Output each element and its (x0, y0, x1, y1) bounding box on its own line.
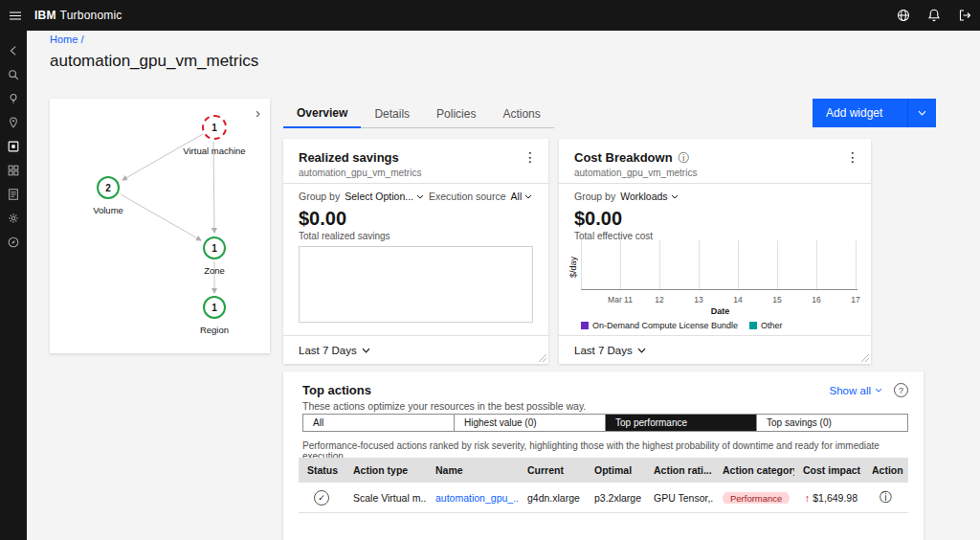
group-by-value: Workloads (620, 191, 667, 202)
legend-item: On-Demand Compute License Bundle (581, 321, 738, 330)
nav-back-icon[interactable] (0, 38, 27, 62)
effective-cost-amount: $0.00 (574, 208, 622, 230)
node-volume-count[interactable]: 2 (97, 176, 120, 199)
top-actions-title: Top actions (302, 383, 371, 397)
breadcrumb[interactable]: Home / (50, 34, 83, 45)
node-region-label: Region (162, 325, 267, 335)
realized-savings-amount: $0.00 (299, 208, 346, 230)
logout-icon[interactable] (949, 0, 980, 31)
group-by-select[interactable]: Select Option... (345, 191, 424, 202)
chevron-down-icon (671, 194, 679, 199)
help-icon[interactable]: ? (894, 383, 908, 397)
filter-all[interactable]: All (303, 415, 454, 431)
category-cell: Performance (714, 492, 794, 504)
supply-chain-links (50, 99, 270, 353)
node-zone[interactable]: 1 (203, 236, 226, 259)
time-range-value: Last 7 Days (299, 345, 357, 356)
cost-impact-value: $1,649.98 (813, 492, 858, 504)
col-cost-impact: Cost impact (794, 464, 863, 476)
top-bar: IBMTurbonomic (0, 0, 980, 31)
filter-highest-value[interactable]: Highest value (0) (454, 415, 605, 431)
node-volume[interactable]: 2 (97, 176, 120, 199)
status-check-icon[interactable]: ✓ (314, 490, 329, 506)
node-region-count[interactable]: 1 (203, 296, 226, 319)
execution-source-label: Execution source (429, 191, 506, 202)
overflow-menu-icon[interactable]: ⋮ (846, 150, 859, 164)
menu-icon[interactable] (0, 0, 29, 31)
time-range-select[interactable]: Last 7 Days (559, 335, 871, 364)
col-current: Current (519, 464, 586, 476)
entity-name-link[interactable]: automation_gpu_... (435, 492, 519, 504)
time-range-select[interactable]: Last 7 Days (283, 335, 548, 364)
x-tick: 15 (757, 295, 797, 304)
col-action-type: Action type (345, 464, 427, 476)
nav-reports-icon[interactable] (0, 182, 27, 206)
cost-chart: $/day Mar 11 (568, 240, 859, 330)
x-tick: 12 (639, 295, 679, 304)
info-icon[interactable]: ⓘ (679, 150, 690, 167)
top-actions-widget: Top actions Show all ? These actions opt… (283, 371, 924, 540)
table-header-row: Status Action type Name Current Optimal … (299, 458, 908, 483)
widget-title: Realized savings (299, 150, 399, 165)
nav-guide-icon[interactable] (0, 230, 27, 254)
add-widget-split-button: Add widget (813, 99, 936, 127)
cost-impact-cell: ↑ $1,649.98 (794, 492, 863, 504)
legend-swatch-other (749, 322, 757, 329)
current-cell: g4dn.xlarge (519, 492, 586, 504)
node-virtual-machine[interactable]: 1 (202, 115, 227, 140)
nav-workloads-icon[interactable] (0, 134, 27, 158)
tab-overview[interactable]: Overview (283, 100, 361, 128)
nav-search-icon[interactable] (0, 62, 27, 86)
node-virtual-machine-count[interactable]: 1 (202, 115, 227, 140)
time-range-value: Last 7 Days (574, 345, 633, 356)
node-zone-count[interactable]: 1 (203, 236, 226, 259)
action-ratio-cell: GPU Tensor,... (645, 492, 714, 504)
top-actions-subtitle: These actions optimize your resources in… (302, 400, 586, 412)
group-by-select[interactable]: Workloads (620, 191, 678, 202)
chevron-down-icon (875, 388, 882, 393)
row-info-icon[interactable]: ⓘ (880, 489, 892, 506)
filter-top-performance[interactable]: Top performance (605, 415, 756, 431)
actions-table: Status Action type Name Current Optimal … (299, 458, 908, 513)
chevron-down-icon (416, 194, 424, 199)
nav-dashboards-icon[interactable] (0, 158, 27, 182)
x-tick: 17 (835, 295, 876, 304)
chart-ylabel: $/day (568, 240, 581, 294)
node-region[interactable]: 1 (203, 296, 226, 319)
chart-legend: On-Demand Compute License Bundle Other (581, 321, 859, 330)
show-all-link[interactable]: Show all (830, 385, 882, 396)
nav-settings-icon[interactable] (0, 206, 27, 230)
overflow-menu-icon[interactable]: ⋮ (523, 150, 537, 164)
realized-savings-widget: Realized savings ⋮ automation_gpu_vm_met… (283, 139, 548, 364)
optimal-cell: p3.2xlarge (586, 492, 645, 504)
performance-badge: Performance (723, 492, 790, 504)
add-widget-caret-button[interactable] (907, 99, 936, 127)
nav-place-icon[interactable] (0, 110, 27, 134)
notifications-icon[interactable] (919, 0, 949, 31)
x-tick: Mar 11 (600, 295, 640, 304)
add-widget-button[interactable]: Add widget (813, 99, 907, 127)
table-row[interactable]: ✓ Scale Virtual m... automation_gpu_... … (299, 483, 908, 513)
app-root: IBMTurbonomic Home / automation_gpu_vm_m… (0, 0, 980, 540)
legend-item: Other (749, 321, 783, 330)
tab-details[interactable]: Details (361, 100, 423, 128)
supply-chain-panel: › 1 Virtual machine 2 Volume 1 Zone 1 (50, 99, 270, 353)
tab-label: Details (374, 107, 410, 121)
tab-policies[interactable]: Policies (423, 100, 489, 128)
globe-icon[interactable] (888, 0, 919, 31)
tab-actions[interactable]: Actions (489, 100, 553, 128)
legend-label: On-Demand Compute License Bundle (592, 321, 738, 330)
filter-top-savings[interactable]: Top savings (0) (756, 415, 907, 431)
page-title: automation_gpu_vm_metrics (50, 52, 258, 71)
left-nav-rail (0, 31, 27, 540)
nav-plan-icon[interactable] (0, 86, 27, 110)
x-tick: 13 (679, 295, 719, 304)
execution-source-select[interactable]: All (511, 191, 533, 202)
node-zone-label: Zone (162, 265, 267, 276)
brand-product: Turbonomic (60, 9, 122, 22)
col-action-category: Action category (714, 464, 794, 476)
col-action-ratio: Action rati... (645, 464, 714, 476)
chevron-down-icon (524, 194, 532, 199)
filter-label: Top performance (615, 417, 687, 428)
chart-x-ticks: Mar 11 12 13 14 15 16 17 (581, 294, 859, 305)
